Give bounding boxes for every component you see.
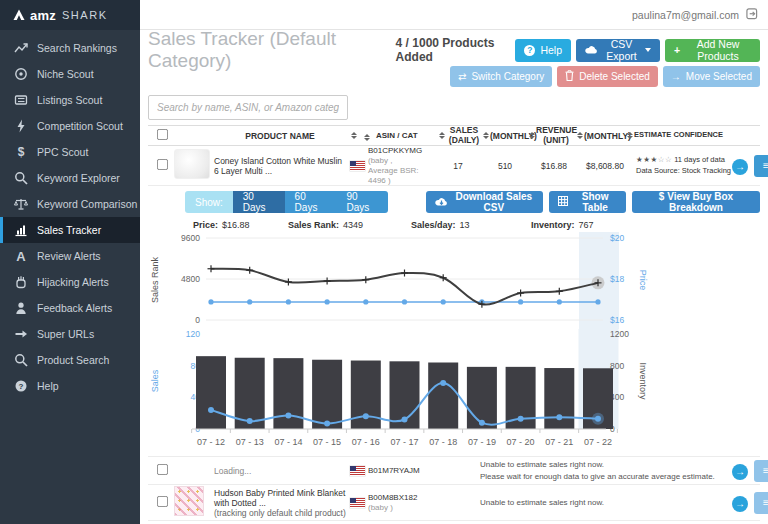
col-estimate-confidence: ESTIMATE CONFIDENCE — [634, 130, 730, 141]
sidebar-item-review-alerts[interactable]: A Review Alerts — [0, 243, 140, 269]
col-sales-daily: SALES(DAILY) — [446, 126, 482, 146]
logo-text-shark: SHARK — [62, 9, 108, 21]
sidebar-item-feedback-alerts[interactable]: Feedback Alerts — [0, 295, 140, 321]
range-90-days[interactable]: 90 Days — [336, 191, 388, 213]
svg-text:07 - 17: 07 - 17 — [390, 437, 418, 447]
list-card-icon — [14, 93, 28, 107]
search-input[interactable] — [148, 95, 348, 120]
sidebar-item-help[interactable]: ? Help — [0, 373, 140, 399]
sort-icon[interactable] — [439, 132, 445, 139]
sort-icon[interactable] — [483, 132, 489, 139]
sidebar-item-ppc-scout[interactable]: $ PPC Scout — [0, 139, 140, 165]
estimate-message: Unable to estimate sales right now.Pleas… — [480, 459, 732, 483]
sort-icon[interactable] — [529, 132, 535, 139]
move-selected-button[interactable]: →Move Selected — [663, 66, 760, 87]
show-data-button[interactable]: ≡Show Data — [754, 460, 768, 482]
hand-icon — [14, 275, 28, 289]
shark-fin-icon — [13, 9, 25, 21]
sidebar-item-competition-scout[interactable]: Competition Scout — [0, 113, 140, 139]
sidebar-item-keyword-explorer[interactable]: Keyword Explorer — [0, 165, 140, 191]
us-flag-icon — [350, 498, 365, 508]
sidebar-item-label: Competition Scout — [37, 120, 123, 132]
sidebar-item-label: Listings Scout — [37, 94, 102, 106]
svg-text:Inventory: Inventory — [638, 362, 648, 400]
stat-sales-day: Sales/day:13 — [411, 220, 531, 230]
svg-text:9600: 9600 — [181, 233, 200, 243]
range-30-days[interactable]: 30 Days — [233, 191, 285, 213]
show-data-button[interactable]: ≡Show Data — [754, 492, 768, 514]
svg-text:4800: 4800 — [181, 274, 200, 284]
target-icon — [14, 67, 28, 81]
sales-monthly-value: 510 — [486, 161, 524, 171]
magnifier-icon — [14, 353, 28, 367]
delete-selected-button[interactable]: Delete Selected — [557, 66, 658, 87]
svg-text:07 - 13: 07 - 13 — [236, 437, 264, 447]
row-checkbox[interactable] — [157, 158, 168, 169]
table-header: PRODUCT NAME ASIN / CAT SALES(DAILY) (MO… — [148, 125, 760, 146]
page-title: Sales Tracker (Default Category) — [148, 28, 387, 72]
product-stats: Price:$16.88 Sales Rank:4349 Sales/day:1… — [148, 217, 760, 232]
table-icon: ≡ — [763, 466, 768, 476]
sort-icon[interactable] — [351, 132, 357, 139]
bolt-icon — [14, 119, 28, 133]
show-table-button[interactable]: Show Table — [549, 191, 626, 213]
product-name[interactable]: Hudson Baby Printed Mink Blanket with Do… — [214, 488, 350, 518]
sidebar-item-product-search[interactable]: Product Search — [0, 347, 140, 373]
sort-icon[interactable] — [627, 132, 633, 139]
topbar: paulina7m@gmail.com — [140, 0, 768, 30]
us-flag-icon — [350, 161, 365, 171]
product-image — [174, 486, 204, 516]
open-product-icon[interactable]: → — [732, 159, 748, 175]
logout-icon[interactable] — [746, 6, 758, 24]
sidebar-item-niche-scout[interactable]: Niche Scout — [0, 61, 140, 87]
download-sales-csv-button[interactable]: Download Sales CSV — [426, 191, 543, 213]
svg-text:07 - 21: 07 - 21 — [545, 437, 573, 447]
swap-icon: ⇄ — [458, 71, 466, 82]
stat-inventory: Inventory:767 — [531, 220, 594, 230]
help-button[interactable]: ?Help — [515, 39, 571, 62]
arrow-right-icon — [14, 327, 28, 341]
sidebar-item-label: Super URLs — [37, 328, 94, 340]
sidebar-item-label: Feedback Alerts — [37, 302, 112, 314]
sidebar-item-hijacking-alerts[interactable]: Hijacking Alerts — [0, 269, 140, 295]
open-product-icon[interactable]: → — [732, 464, 748, 480]
sort-icon[interactable] — [364, 134, 370, 141]
switch-category-button[interactable]: ⇄Switch Category — [450, 66, 552, 87]
sales-daily-value: 17 — [440, 161, 476, 171]
view-buybox-breakdown-button[interactable]: $ View Buy Box Breakdown — [632, 191, 760, 213]
cloud-download-icon — [435, 197, 448, 208]
asin-cell: B01M7RYAJM — [368, 466, 430, 476]
svg-text:Sales: Sales — [150, 369, 160, 392]
sort-icon[interactable] — [577, 132, 583, 139]
sidebar-item-keyword-comparison[interactable]: Keyword Comparison — [0, 191, 140, 217]
product-name[interactable]: Coney Island Cotton White Muslin 6 Layer… — [214, 156, 350, 176]
hide-data-button[interactable]: ≡Hide Data — [754, 155, 768, 177]
sidebar-item-search-rankings[interactable]: Search Rankings — [0, 35, 140, 61]
person-icon — [14, 301, 28, 315]
sidebar-item-super-urls[interactable]: Super URLs — [0, 321, 140, 347]
svg-text:07 - 12: 07 - 12 — [197, 437, 225, 447]
sidebar-item-sales-tracker[interactable]: Sales Tracker — [0, 217, 140, 243]
arrow-right-icon: → — [671, 71, 681, 82]
revenue-monthly-value: $8,608.80 — [584, 161, 626, 171]
rank-price-chart: 960048000$20$18$16Sales RankPrice — [148, 232, 768, 329]
csv-export-button[interactable]: CSV Export — [576, 39, 660, 62]
row-checkbox[interactable] — [157, 495, 168, 506]
magnifier-icon — [14, 171, 28, 185]
table-icon: ≡ — [763, 161, 768, 171]
open-product-icon[interactable]: → — [732, 496, 748, 512]
select-all-checkbox[interactable] — [157, 129, 168, 140]
svg-text:$16: $16 — [610, 315, 624, 325]
sidebar-item-listings-scout[interactable]: Listings Scout — [0, 87, 140, 113]
table-grid-icon — [558, 196, 568, 208]
amzshark-logo[interactable]: amzSHARK — [0, 0, 140, 30]
range-60-days[interactable]: 60 Days — [285, 191, 337, 213]
sidebar-item-label: Niche Scout — [37, 68, 94, 80]
row-checkbox[interactable] — [157, 463, 168, 474]
plus-icon: + — [674, 44, 680, 56]
add-new-products-button[interactable]: +Add New Products — [665, 39, 760, 62]
svg-text:$18: $18 — [610, 274, 624, 284]
dollar-icon: $ — [14, 145, 28, 159]
sidebar-nav: Search Rankings Niche Scout Listings Sco… — [0, 30, 140, 399]
svg-text:07 - 22: 07 - 22 — [584, 437, 612, 447]
